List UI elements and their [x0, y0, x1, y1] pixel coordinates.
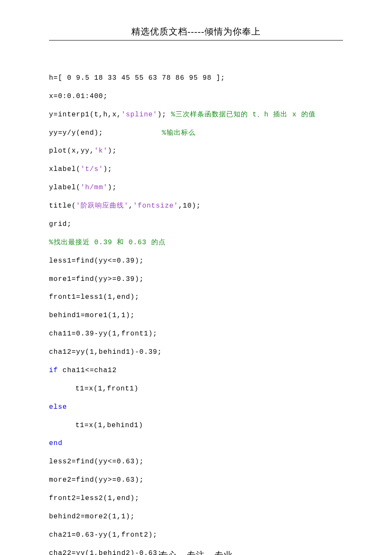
code-line: x=0:0.01:400; [49, 92, 108, 100]
code-line: y=interp1(t,h,x,'spline'); %三次样条函数据已知的 t… [49, 111, 316, 119]
code-line: ylabel('h/mm'); [49, 184, 117, 191]
code-line: h=[ 0 9.5 18 33 45 55 63 78 86 95 98 ]; [49, 74, 225, 82]
code-line: plot(x,yy,'k'); [49, 147, 117, 155]
code-line: if cha11<=cha12 [49, 367, 117, 374]
code-line: t1=x(1,front1) [49, 385, 138, 393]
page-footer: 专心---专注---专业 [0, 549, 392, 555]
code-line: less2=find(yy<=0.63); [49, 458, 144, 465]
code-comment: %找出最接近 0.39 和 0.63 的点 [49, 239, 166, 246]
code-line: less1=find(yy<=0.39); [49, 257, 144, 265]
code-block: h=[ 0 9.5 18 33 45 55 63 78 86 95 98 ]; … [49, 51, 343, 555]
code-line: front1=less1(1,end); [49, 293, 139, 301]
code-line: cha12=yy(1,behind1)-0.39; [49, 348, 162, 356]
header-rule [49, 40, 343, 40]
code-line: behind1=more1(1,1); [49, 312, 135, 319]
document-page: 精选优质文档-----倾情为你奉上 h=[ 0 9.5 18 33 45 55 … [0, 0, 392, 555]
code-line: more2=find(yy>=0.63); [49, 476, 144, 484]
code-line: behind2=more2(1,1); [49, 513, 135, 520]
code-keyword: else [49, 403, 67, 411]
code-line: cha21=0.63-yy(1,front2); [49, 531, 157, 539]
code-line: grid; [49, 220, 72, 228]
code-line: cha11=0.39-yy(1,front1); [49, 330, 157, 338]
page-header: 精选优质文档-----倾情为你奉上 [49, 26, 343, 38]
code-line: xlabel('t/s'); [49, 165, 112, 173]
code-line: more1=find(yy>=0.39); [49, 275, 144, 283]
code-line: yy=y/y(end); %输出标么 [49, 129, 196, 137]
code-keyword: end [49, 439, 63, 447]
code-line: title('阶跃响应曲线','fontsize',10); [49, 202, 201, 210]
code-line: front2=less2(1,end); [49, 494, 139, 502]
code-line: t1=x(1,behind1) [49, 422, 143, 429]
